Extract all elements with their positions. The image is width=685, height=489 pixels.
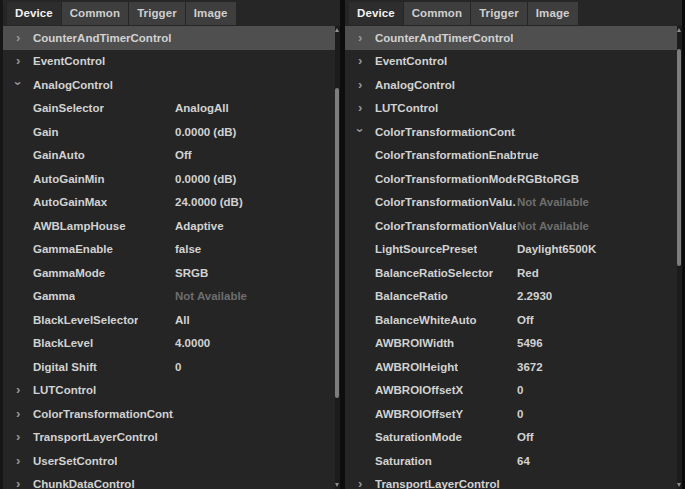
feature-value[interactable]: 0.0000 (dB)	[175, 126, 236, 138]
tab-trigger[interactable]: Trigger	[471, 2, 527, 25]
chevron-right-icon[interactable]: ›	[16, 30, 20, 43]
tree-item-gain[interactable]: Gain0.0000 (dB)	[3, 120, 335, 144]
feature-value[interactable]: Red	[517, 267, 539, 279]
tree-item-balancewhiteauto[interactable]: BalanceWhiteAutoOff	[345, 308, 677, 332]
feature-value[interactable]: Not Available	[517, 196, 589, 208]
tree-item-colortransformationvalue[interactable]: ColorTransformationValueNot Available	[345, 214, 677, 238]
feature-value[interactable]: 2.2930	[517, 290, 552, 302]
tree-item-balanceratio[interactable]: BalanceRatio2.2930	[345, 285, 677, 309]
feature-value[interactable]: Off	[175, 149, 192, 161]
feature-value[interactable]: Off	[517, 314, 534, 326]
scroll-down-icon[interactable]	[335, 483, 339, 487]
chevron-right-icon[interactable]: ›	[16, 383, 20, 396]
chevron-right-icon[interactable]: ›	[358, 101, 362, 114]
feature-value[interactable]: 0.0000 (dB)	[175, 173, 236, 185]
tree-group-analogcontrol[interactable]: ›AnalogControl	[345, 73, 677, 97]
tab-image[interactable]: Image	[186, 2, 236, 25]
feature-label: LightSourcePreset	[375, 243, 477, 255]
right-scrollbar-thumb[interactable]	[677, 49, 681, 266]
feature-value[interactable]: 4.0000	[175, 337, 210, 349]
tree-item-colortransformationmode[interactable]: ColorTransformationModeRGBtoRGB	[345, 167, 677, 191]
tree-item-colortransformationvalu[interactable]: ColorTransformationValu...Not Available	[345, 191, 677, 215]
tab-common[interactable]: Common	[62, 2, 128, 25]
left-scrollbar-thumb[interactable]	[335, 88, 339, 398]
tab-common[interactable]: Common	[404, 2, 470, 25]
feature-value[interactable]: AnalogAll	[175, 102, 229, 114]
chevron-right-icon[interactable]: ›	[358, 30, 362, 43]
feature-value[interactable]: 3672	[517, 361, 543, 373]
tab-trigger[interactable]: Trigger	[129, 2, 185, 25]
scroll-up-icon[interactable]	[677, 28, 681, 32]
tree-group-transportlayercontrol[interactable]: ›TransportLayerControl	[345, 473, 677, 489]
tree-item-gainselector[interactable]: GainSelectorAnalogAll	[3, 97, 335, 121]
feature-value[interactable]: 0	[517, 384, 523, 396]
feature-value[interactable]: 5496	[517, 337, 543, 349]
tree-item-lightsourcepreset[interactable]: LightSourcePresetDaylight6500K	[345, 238, 677, 262]
tab-image[interactable]: Image	[528, 2, 578, 25]
tree-item-autogainmax[interactable]: AutoGainMax24.0000 (dB)	[3, 191, 335, 215]
tree-group-lutcontrol[interactable]: ›LUTControl	[3, 379, 335, 403]
tree-item-awblamphouse[interactable]: AWBLampHouseAdaptive	[3, 214, 335, 238]
tree-item-digital-shift[interactable]: Digital Shift0	[3, 355, 335, 379]
feature-value[interactable]: false	[175, 243, 201, 255]
tree-item-awbroiwidth[interactable]: AWBROIWidth5496	[345, 332, 677, 356]
feature-value[interactable]: RGBtoRGB	[517, 173, 579, 185]
tree-item-gainauto[interactable]: GainAutoOff	[3, 144, 335, 168]
tree-group-counterandtimercontrol[interactable]: ›CounterAndTimerControl	[345, 26, 677, 50]
feature-value[interactable]: Not Available	[517, 220, 589, 232]
chevron-right-icon[interactable]: ›	[358, 477, 362, 489]
chevron-right-icon[interactable]: ›	[16, 54, 20, 67]
tree-group-eventcontrol[interactable]: ›EventControl	[345, 50, 677, 74]
tree-item-autogainmin[interactable]: AutoGainMin0.0000 (dB)	[3, 167, 335, 191]
tree-item-blacklevelselector[interactable]: BlackLevelSelectorAll	[3, 308, 335, 332]
tree-item-balanceratioselector[interactable]: BalanceRatioSelectorRed	[345, 261, 677, 285]
tree-item-awbroiheight[interactable]: AWBROIHeight3672	[345, 355, 677, 379]
scroll-up-icon[interactable]	[335, 28, 339, 32]
tree-item-gammamode[interactable]: GammaModeSRGB	[3, 261, 335, 285]
chevron-right-icon[interactable]: ›	[16, 406, 20, 419]
feature-value[interactable]: 64	[517, 455, 530, 467]
feature-label: AWBROIOffsetY	[375, 408, 463, 420]
tree-item-saturationmode[interactable]: SaturationModeOff	[345, 426, 677, 450]
tree-group-eventcontrol[interactable]: ›EventControl	[3, 50, 335, 74]
tree-item-gammaenable[interactable]: GammaEnablefalse	[3, 238, 335, 262]
tree-item-saturation[interactable]: Saturation64	[345, 449, 677, 473]
feature-value[interactable]: 24.0000 (dB)	[175, 196, 243, 208]
tab-device[interactable]: Device	[7, 2, 61, 25]
tree-item-gamma[interactable]: GammaNot Available	[3, 285, 335, 309]
feature-value[interactable]: 0	[175, 361, 181, 373]
feature-value[interactable]: All	[175, 314, 190, 326]
tree-group-colortransformationcont[interactable]: ›ColorTransformationCont...	[3, 402, 335, 426]
feature-value[interactable]: Daylight6500K	[517, 243, 596, 255]
tree-group-colortransformationcont[interactable]: ›ColorTransformationCont...	[345, 120, 677, 144]
tree-group-usersetcontrol[interactable]: ›UserSetControl	[3, 449, 335, 473]
tab-device[interactable]: Device	[349, 2, 403, 25]
tree-item-awbroioffsety[interactable]: AWBROIOffsetY0	[345, 402, 677, 426]
left-scrollbar[interactable]	[335, 26, 340, 489]
tree-group-chunkdatacontrol[interactable]: ›ChunkDataControl	[3, 473, 335, 489]
feature-value[interactable]: SRGB	[175, 267, 208, 279]
chevron-right-icon[interactable]: ›	[16, 430, 20, 443]
feature-label: CounterAndTimerControl	[33, 32, 171, 44]
right-scrollbar[interactable]	[677, 26, 682, 489]
tree-item-colortransformationenable[interactable]: ColorTransformationEnabletrue	[345, 144, 677, 168]
feature-value[interactable]: Not Available	[175, 290, 247, 302]
tree-group-counterandtimercontrol[interactable]: ›CounterAndTimerControl	[3, 26, 335, 50]
feature-value[interactable]: Off	[517, 431, 534, 443]
chevron-down-icon[interactable]: ›	[12, 81, 25, 85]
chevron-right-icon[interactable]: ›	[358, 54, 362, 67]
feature-value[interactable]: true	[517, 149, 539, 161]
chevron-right-icon[interactable]: ›	[16, 453, 20, 466]
chevron-right-icon[interactable]: ›	[358, 77, 362, 90]
feature-value[interactable]: Adaptive	[175, 220, 224, 232]
scroll-down-icon[interactable]	[677, 483, 681, 487]
tree-item-awbroioffsetx[interactable]: AWBROIOffsetX0	[345, 379, 677, 403]
tree-item-blacklevel[interactable]: BlackLevel4.0000	[3, 332, 335, 356]
chevron-down-icon[interactable]: ›	[354, 128, 367, 132]
tree-group-analogcontrol[interactable]: ›AnalogControl	[3, 73, 335, 97]
feature-value[interactable]: 0	[517, 408, 523, 420]
feature-label: AWBROIOffsetX	[375, 384, 463, 396]
tree-group-transportlayercontrol[interactable]: ›TransportLayerControl	[3, 426, 335, 450]
tree-group-lutcontrol[interactable]: ›LUTControl	[345, 97, 677, 121]
chevron-right-icon[interactable]: ›	[16, 477, 20, 489]
